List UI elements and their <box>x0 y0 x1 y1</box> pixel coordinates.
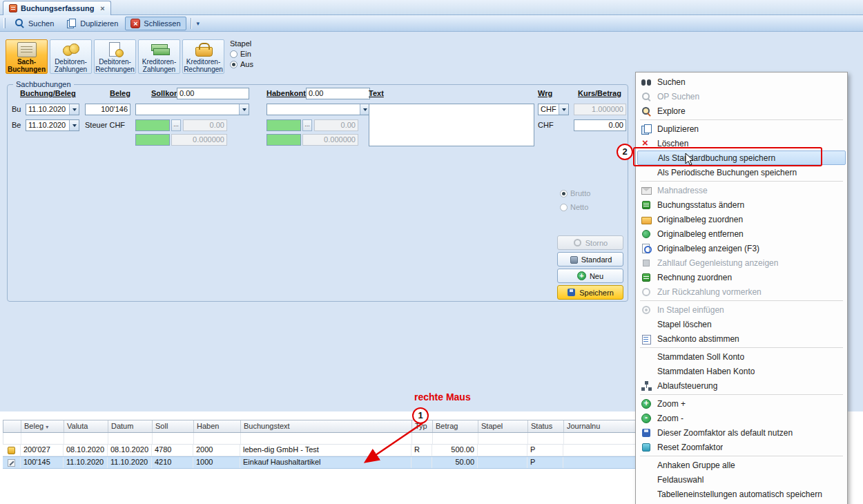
table-row[interactable]: 100'14511.10.202011.10.202042101000Einka… <box>3 456 641 469</box>
duplizieren-button[interactable]: Duplizieren <box>61 17 124 30</box>
stapel-option-aus[interactable]: Aus <box>230 60 292 68</box>
menu-item-zoom[interactable]: Zoom - <box>636 411 847 425</box>
menu-item-originalbeleg-anzeigen-f3[interactable]: Originalbeleg anzeigen (F3) <box>636 241 847 255</box>
sollkonto-combo[interactable] <box>135 104 249 115</box>
reset-zoom-icon <box>641 442 652 453</box>
toolbar-grip-icon[interactable] <box>3 18 6 28</box>
menu-item-tabelleneinstellungen-automatisch-speichern[interactable]: Tabelleneinstellungen automatisch speich… <box>636 487 847 501</box>
grid-header-valuta[interactable]: Valuta <box>64 420 108 432</box>
menu-item-explore[interactable]: Explore <box>636 104 847 118</box>
stapel-option-ein[interactable]: Ein <box>230 50 292 58</box>
filter-cell[interactable] <box>478 433 528 444</box>
radio-aus[interactable] <box>230 61 237 68</box>
text-input[interactable] <box>369 104 534 146</box>
menu-item-reset-zoomfaktor[interactable]: Reset Zoomfaktor <box>636 440 847 454</box>
menu-item-anhaken-gruppe-alle[interactable]: Anhaken Gruppe alle <box>636 458 847 472</box>
grid-header-journalnu[interactable]: Journalnu <box>564 420 640 432</box>
menu-item-suchen[interactable]: Suchen <box>636 75 847 89</box>
brutto-option[interactable]: Brutto <box>560 189 590 197</box>
grid-header-status[interactable]: Status <box>528 420 564 432</box>
table-row[interactable]: 200'02708.10.202008.10.202047802000leben… <box>3 445 641 456</box>
neu-label: Neu <box>590 272 603 280</box>
radio-ein[interactable] <box>230 50 237 58</box>
grid-header-icon[interactable] <box>3 420 21 432</box>
filter-cell[interactable] <box>564 433 640 444</box>
status-icon <box>641 200 652 211</box>
grid-header-soll[interactable]: Soll <box>153 420 194 432</box>
chevron-down-icon[interactable] <box>239 104 249 115</box>
bu-label: Bu <box>12 105 21 113</box>
steuer-soll-code-input[interactable] <box>135 119 170 131</box>
standard-button[interactable]: Standard <box>557 252 623 266</box>
menu-item-zoom[interactable]: Zoom + <box>636 396 847 411</box>
suchen-button[interactable]: Suchen <box>9 17 59 30</box>
grid-header-buchungstext[interactable]: Buchungstext <box>241 420 412 432</box>
wrg-combo[interactable]: CHF <box>538 104 569 115</box>
grid-header-beleg[interactable]: Beleg▾ <box>21 420 64 432</box>
filter-cell[interactable] <box>528 433 564 444</box>
menu-item-rechnung-zuordnen[interactable]: Rechnung zuordnen <box>636 270 847 284</box>
be-date-combo[interactable]: 11.10.2020 <box>26 119 79 131</box>
chevron-down-icon[interactable] <box>69 120 79 130</box>
chevron-down-icon[interactable] <box>69 104 79 115</box>
radio-brutto[interactable] <box>560 190 568 197</box>
ribbon-tab-kreditoren-rechnungen[interactable]: Kreditoren- Rechnungen <box>182 39 224 74</box>
steuer-haben-browse-button[interactable]: ... <box>302 119 312 131</box>
ribbon-tab-debitoren-zahlungen[interactable]: Debitoren- Zahlungen <box>50 39 92 74</box>
menu-item-originalbeleg-zuordnen[interactable]: Originalbeleg zuordnen <box>636 212 847 226</box>
filter-cell[interactable] <box>241 433 412 444</box>
copy-icon <box>66 18 77 28</box>
habenkonto-combo[interactable] <box>266 104 370 115</box>
radio-netto[interactable] <box>560 204 568 211</box>
ribbon-tab-debitoren-rechnungen[interactable]: Debitoren- Rechnungen <box>94 39 136 74</box>
filter-cell[interactable] <box>108 433 153 444</box>
menu-item-stapel-loschen[interactable]: Stapel löschen <box>636 317 847 331</box>
beleg-nr-input[interactable]: 100'146 <box>85 104 130 115</box>
grid-header-haben[interactable]: Haben <box>194 420 241 432</box>
menu-item-feldauswahl[interactable]: Feldauswahl <box>636 472 847 487</box>
netto-option[interactable]: Netto <box>560 203 588 211</box>
steuer-soll-browse-button[interactable]: ... <box>171 119 181 131</box>
filter-cell[interactable] <box>153 433 194 444</box>
filter-cell[interactable] <box>194 433 241 444</box>
edit-row-icon <box>8 459 15 467</box>
ribbon-tab-sachbuchungen[interactable]: Sach- Buchungen <box>6 39 48 74</box>
ribbon-tab-kreditoren-zahlungen[interactable]: Kreditoren- Zahlungen <box>138 39 180 74</box>
menu-separator <box>640 456 843 456</box>
menu-item-dieser-zoomfaktor-als-default-nutzen[interactable]: Dieser Zoomfaktor als default nutzen <box>636 425 847 440</box>
filter-cell[interactable] <box>412 433 433 444</box>
filter-cell[interactable] <box>3 433 21 444</box>
schliessen-button[interactable]: Schliessen <box>125 17 186 30</box>
tab-buchungserfassung[interactable]: Buchungserfassung × <box>3 1 111 15</box>
cell-soll: 4210 <box>152 457 193 468</box>
filter-cell[interactable] <box>64 433 108 444</box>
tab-close-icon[interactable]: × <box>100 4 104 12</box>
filter-cell[interactable] <box>433 433 478 444</box>
steuer-haben-code2-input[interactable] <box>266 134 301 146</box>
chevron-down-icon[interactable] <box>559 104 568 115</box>
grid-header-datum[interactable]: Datum <box>108 420 153 432</box>
bu-date-combo[interactable]: 11.10.2020 <box>26 104 79 115</box>
speichern-button[interactable]: Speichern <box>557 285 623 300</box>
neu-button[interactable]: Neu <box>557 269 623 283</box>
menu-item-label: Originalbeleg zuordnen <box>657 215 743 224</box>
cell-buchungstext: leben-dig GmbH - Test <box>240 445 411 456</box>
speichern-label: Speichern <box>579 289 614 297</box>
menu-item-buchungsstatus-andern[interactable]: Buchungsstatus ändern <box>636 197 847 212</box>
menu-item-duplizieren[interactable]: Duplizieren <box>636 122 847 136</box>
banknotes-icon <box>150 42 169 57</box>
menu-item-ablaufsteuerung[interactable]: Ablaufsteuerung <box>636 378 847 393</box>
grid-header-stapel[interactable]: Stapel <box>478 420 528 432</box>
grid-header-betrag[interactable]: Betrag <box>433 420 478 432</box>
filter-cell[interactable] <box>21 433 64 444</box>
menu-item-sachkonto-abstimmen[interactable]: Sachkonto abstimmen <box>636 331 847 346</box>
menu-item-originalbeleg-entfernen[interactable]: Originalbeleg entfernen <box>636 226 847 241</box>
toolbar-overflow-icon[interactable]: ▾ <box>194 19 203 28</box>
steuer-soll-code2-input[interactable] <box>135 134 170 146</box>
menu-item-stammdaten-soll-konto[interactable]: Stammdaten Soll Konto <box>636 349 847 364</box>
menu-item-stammdaten-haben-konto[interactable]: Stammdaten Haben Konto <box>636 364 847 378</box>
steuer-haben-code-input[interactable] <box>266 119 301 131</box>
betrag-input[interactable]: 0.00 <box>574 119 626 131</box>
menu-item-als-periodische-buchungen-speichern[interactable]: Als Periodische Buchungen speichern <box>636 165 847 180</box>
chevron-down-icon[interactable] <box>360 104 369 115</box>
